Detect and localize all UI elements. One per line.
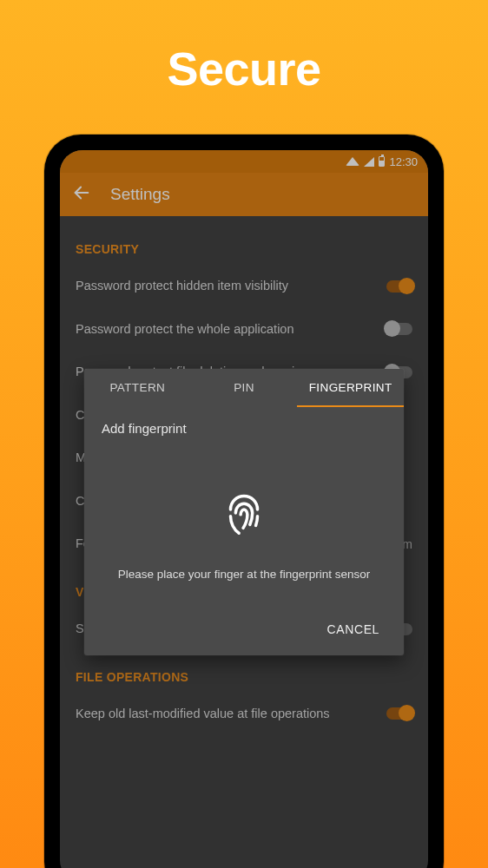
dialog-scrim[interactable]: PATTERN PIN FINGERPRINT Add fingerprint [60, 150, 428, 868]
tab-pattern[interactable]: PATTERN [84, 369, 191, 407]
auth-dialog: PATTERN PIN FINGERPRINT Add fingerprint [84, 369, 404, 655]
fingerprint-icon [102, 458, 386, 562]
tab-pin[interactable]: PIN [191, 369, 298, 407]
dialog-subtitle: Add fingerprint [102, 421, 386, 458]
auth-tabs: PATTERN PIN FINGERPRINT [84, 369, 404, 407]
phone-frame: 12:30 Settings SECURITY Password protect… [44, 135, 444, 868]
cancel-button[interactable]: CANCEL [319, 615, 388, 643]
hero-banner: Secure [0, 0, 488, 125]
hero-title: Secure [0, 42, 488, 95]
dialog-actions: CANCEL [84, 605, 404, 655]
dialog-body: Add fingerprint Please place your finger… [84, 407, 404, 605]
dialog-hint: Please place your finger at the fingerpr… [102, 562, 386, 598]
tab-fingerprint[interactable]: FINGERPRINT [297, 369, 404, 407]
screen: 12:30 Settings SECURITY Password protect… [60, 150, 428, 868]
